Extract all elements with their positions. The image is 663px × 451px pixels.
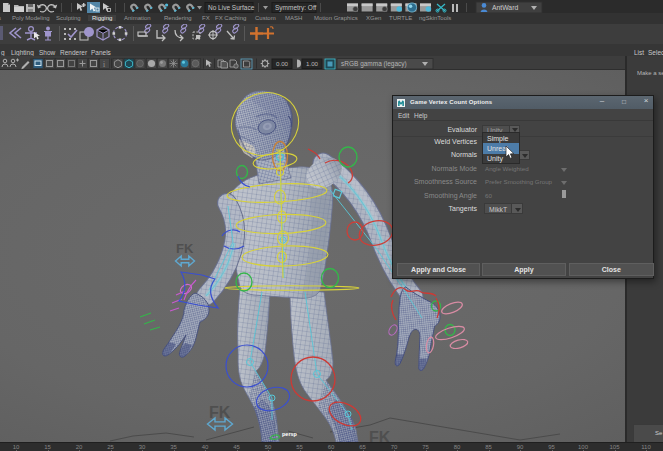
svg-text:i: i — [103, 60, 105, 69]
svg-text:persp: persp — [282, 431, 298, 437]
svg-text:AntWard: AntWard — [492, 4, 518, 11]
svg-text:sRGB gamma (legacy): sRGB gamma (legacy) — [341, 60, 407, 68]
svg-text:FK: FK — [176, 241, 194, 256]
svg-text:FK: FK — [209, 404, 231, 421]
svg-text:1.00: 1.00 — [306, 60, 319, 67]
svg-text:0.00: 0.00 — [276, 60, 289, 67]
svg-text:Symmetry: Off: Symmetry: Off — [275, 4, 317, 12]
svg-text:No Live Surface: No Live Surface — [208, 4, 255, 11]
svg-text:FK: FK — [369, 429, 391, 442]
